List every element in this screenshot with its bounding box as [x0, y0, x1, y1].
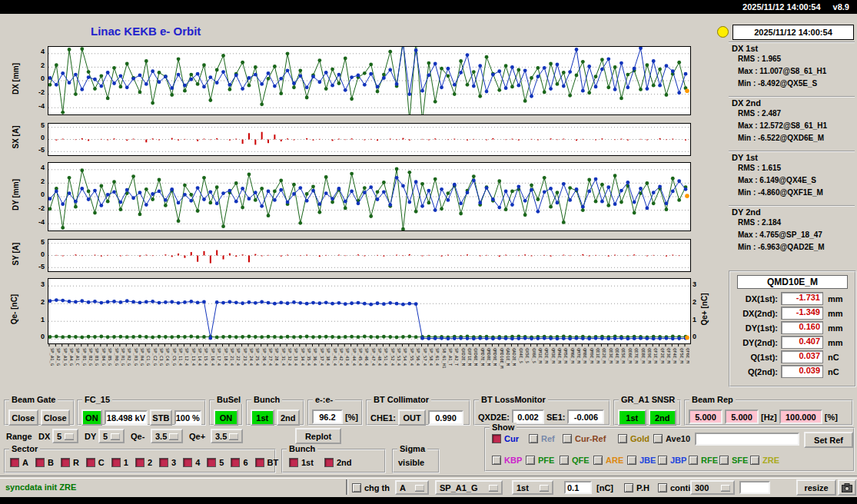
range-qe-minus-select[interactable]: 3.5 [151, 429, 183, 443]
sector-checkbox[interactable] [135, 458, 144, 467]
show-ref-toggle[interactable]: Ref [529, 434, 555, 443]
sector-toggle-4[interactable]: 4 [183, 458, 200, 467]
che1-out-button[interactable]: OUT [398, 410, 426, 426]
sector-checkbox[interactable] [35, 458, 45, 467]
bunch-2nd-button[interactable]: 2nd [277, 410, 301, 426]
sector-toggle-r[interactable]: R [61, 458, 79, 467]
show-qfe-checkbox[interactable] [560, 456, 569, 465]
show-sfe-checkbox[interactable] [719, 456, 729, 465]
show-jbp-checkbox[interactable] [658, 456, 667, 465]
busel-on-button[interactable]: ON [214, 410, 238, 426]
bpm-dropdown[interactable]: SP_A1_G [435, 480, 503, 495]
replot-button[interactable]: Replot [295, 428, 341, 444]
conti-checkbox[interactable] [658, 483, 667, 492]
fc15-on-button[interactable]: ON [81, 410, 102, 426]
svg-text:SP_52_4: SP_52_4 [390, 348, 395, 366]
sector-checkbox[interactable] [111, 458, 121, 467]
fc15-stb-button[interactable]: STB [150, 410, 171, 426]
dy-tick: 2 [29, 177, 45, 185]
conti-toggle[interactable]: conti [658, 483, 690, 492]
sector-checkbox[interactable] [255, 458, 264, 467]
ph-toggle[interactable]: P.H [624, 483, 649, 492]
show-jbp-toggle[interactable]: JBP [658, 456, 686, 465]
snapshot-button[interactable] [838, 479, 856, 496]
sector-checkbox[interactable] [10, 458, 19, 467]
bunch-dropdown[interactable]: 1st [512, 480, 553, 495]
range-dx-select[interactable]: 5 [52, 429, 78, 443]
show-kbp-checkbox[interactable] [492, 456, 501, 465]
sector-toggle-3[interactable]: 3 [159, 458, 176, 467]
sector-checkbox[interactable] [61, 458, 70, 467]
aux-entry-field[interactable] [739, 481, 770, 494]
resize-button[interactable]: resize [796, 479, 836, 496]
show-rfe-toggle[interactable]: RFE [689, 456, 718, 465]
show-zre-toggle[interactable]: ZRE [750, 456, 779, 465]
chg-th-toggle[interactable]: chg th [352, 483, 390, 492]
show-zre-checkbox[interactable] [750, 456, 759, 465]
sector-checkbox[interactable] [183, 458, 192, 467]
range-dy-select[interactable]: 5 [98, 429, 125, 443]
show-kbp-toggle[interactable]: KBP [492, 456, 522, 465]
dx-orbit-plot[interactable] [48, 46, 691, 115]
bunch-1st-button[interactable]: 1st [251, 410, 274, 426]
show-ave10-checkbox[interactable] [653, 434, 663, 443]
ref-entry-field[interactable] [695, 433, 799, 446]
sector-checkbox[interactable] [207, 458, 216, 467]
show-are-toggle[interactable]: ARE [593, 456, 623, 465]
range-label: Range [6, 432, 32, 441]
show-ave10-toggle[interactable]: Ave10 [653, 434, 690, 443]
navg-dropdown[interactable]: 300 [690, 480, 735, 495]
bunch-2nd-toggle[interactable]: 2nd [324, 458, 352, 467]
show-qfe-toggle[interactable]: QFE [560, 456, 590, 465]
show-cur-ref-toggle[interactable]: Cur-Ref [563, 434, 606, 443]
beam-gate-close-button-2[interactable]: Close [41, 410, 71, 426]
show-jbe-checkbox[interactable] [627, 456, 636, 465]
threshold-field[interactable] [564, 481, 592, 494]
show-gold-toggle[interactable]: Gold [618, 434, 649, 443]
sector-checkbox[interactable] [86, 458, 95, 467]
gr-snsr-1st-button[interactable]: 1st [618, 410, 646, 426]
sector-toggle-5[interactable]: 5 [207, 458, 224, 467]
charge-plot[interactable] [48, 278, 691, 344]
beam-gate-close-button-1[interactable]: Close [8, 410, 38, 426]
sector-toggle-6[interactable]: 6 [231, 458, 247, 467]
sector-dropdown[interactable]: A [395, 480, 429, 495]
bunch-1st-checkbox[interactable] [289, 458, 298, 467]
show-are-checkbox[interactable] [593, 456, 603, 465]
sector-toggle-bt[interactable]: BT [255, 458, 279, 467]
show-cur-ref-checkbox[interactable] [563, 434, 572, 443]
show-pfe-checkbox[interactable] [526, 456, 535, 465]
gr-snsr-2nd-button[interactable]: 2nd [649, 410, 677, 426]
sx-steering-plot[interactable] [48, 123, 691, 156]
dy-orbit-plot[interactable] [48, 162, 691, 231]
show-sfe-toggle[interactable]: SFE [719, 456, 748, 465]
range-qe-plus-select[interactable]: 3.5 [211, 429, 243, 443]
sigma-visible-toggle[interactable]: visible [398, 458, 424, 467]
show-cur-toggle[interactable]: Cur [492, 434, 519, 443]
sector-toggle-1[interactable]: 1 [111, 458, 128, 467]
qmd-row-value: -1.349 [781, 307, 823, 320]
fc15-duty-display: 100 % [174, 410, 201, 425]
sector-toggle-c[interactable]: C [86, 458, 105, 467]
show-pfe-toggle[interactable]: PFE [526, 456, 554, 465]
ph-checkbox[interactable] [624, 483, 633, 492]
sector-checkbox[interactable] [231, 458, 240, 467]
sy-steering-plot[interactable] [48, 239, 691, 272]
sector-title: Sector [9, 444, 40, 453]
svg-text:SP_44_4: SP_44_4 [351, 348, 357, 366]
show-gold-checkbox[interactable] [618, 434, 627, 443]
show-jbe-toggle[interactable]: JBE [627, 456, 656, 465]
sector-toggle-2[interactable]: 2 [135, 458, 152, 467]
sector-toggle-a[interactable]: A [10, 458, 28, 467]
bunch-2nd-checkbox[interactable] [324, 458, 334, 467]
sector-toggle-b[interactable]: B [35, 458, 54, 467]
chg-th-checkbox[interactable] [352, 483, 361, 492]
set-ref-button[interactable]: Set Ref [804, 432, 853, 448]
show-ref-checkbox[interactable] [529, 434, 538, 443]
show-rfe-checkbox[interactable] [689, 456, 698, 465]
bunch-1st-toggle[interactable]: 1st [289, 458, 314, 467]
show-cur-checkbox[interactable] [492, 434, 501, 443]
qmd-row-value: 0.407 [781, 336, 823, 349]
svg-text:QM4E_M: QM4E_M [556, 348, 562, 364]
sector-checkbox[interactable] [159, 458, 168, 467]
